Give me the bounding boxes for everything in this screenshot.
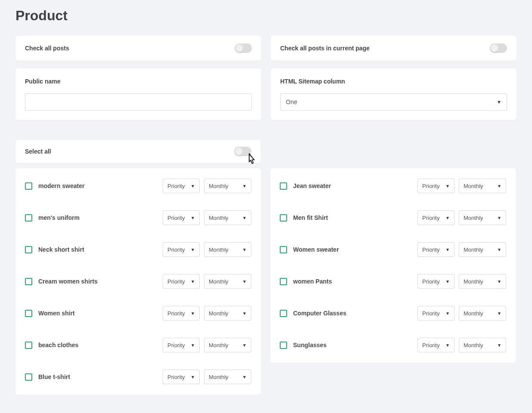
page-title: Product <box>15 8 517 24</box>
product-controls: Priority▼Monthly▼ <box>418 274 506 289</box>
frequency-select[interactable]: Monthly▼ <box>204 242 251 257</box>
product-item: Jean sweaterPriority▼Monthly▼ <box>280 176 506 202</box>
priority-select[interactable]: Priority▼ <box>163 274 200 289</box>
priority-label: Priority <box>167 310 185 317</box>
product-checkbox[interactable] <box>25 278 32 285</box>
check-all-posts-label: Check all posts <box>25 45 69 52</box>
product-name: Neck short shirt <box>38 246 84 253</box>
priority-select[interactable]: Priority▼ <box>418 210 455 225</box>
product-item-left: beach clothes <box>25 342 78 349</box>
chevron-down-icon: ▼ <box>191 343 195 348</box>
product-name: beach clothes <box>38 342 78 348</box>
priority-select[interactable]: Priority▼ <box>418 338 455 352</box>
priority-label: Priority <box>422 342 439 348</box>
product-item-left: Cream women shirts <box>25 278 98 285</box>
product-checkbox[interactable] <box>280 182 287 190</box>
product-controls: Priority▼Monthly▼ <box>163 306 251 321</box>
chevron-down-icon: ▼ <box>191 247 195 252</box>
html-sitemap-column-label: HTML Sitemap column <box>280 78 507 85</box>
product-item-left: Jean sweater <box>280 182 331 190</box>
product-name: men's uniform <box>38 214 80 221</box>
product-checkbox[interactable] <box>280 214 287 222</box>
priority-select[interactable]: Priority▼ <box>163 306 200 321</box>
priority-select[interactable]: Priority▼ <box>163 370 200 384</box>
frequency-label: Monthly <box>464 183 483 189</box>
product-checkbox[interactable] <box>25 373 32 381</box>
product-controls: Priority▼Monthly▼ <box>418 210 506 225</box>
chevron-down-icon: ▼ <box>445 343 450 348</box>
chevron-down-icon: ▼ <box>445 247 450 252</box>
priority-select[interactable]: Priority▼ <box>418 306 455 321</box>
product-item: modern sweaterPriority▼Monthly▼ <box>25 176 251 202</box>
chevron-down-icon: ▼ <box>497 247 501 252</box>
select-all-toggle[interactable] <box>234 147 251 156</box>
product-item-left: Men fit Shirt <box>280 214 328 222</box>
frequency-select[interactable]: Monthly▼ <box>459 306 506 321</box>
product-checkbox[interactable] <box>280 342 287 349</box>
chevron-down-icon: ▼ <box>497 343 501 348</box>
frequency-select[interactable]: Monthly▼ <box>204 179 251 193</box>
chevron-down-icon: ▼ <box>191 184 195 188</box>
product-checkbox[interactable] <box>25 246 32 253</box>
check-all-posts-current-page-label: Check all posts in current page <box>280 45 370 52</box>
product-checkbox[interactable] <box>25 214 32 222</box>
priority-select[interactable]: Priority▼ <box>418 242 455 257</box>
product-controls: Priority▼Monthly▼ <box>163 210 251 225</box>
check-all-posts-toggle[interactable] <box>235 43 252 53</box>
products-right-col: Jean sweaterPriority▼Monthly▼Men fit Shi… <box>270 168 516 363</box>
chevron-down-icon: ▼ <box>191 311 195 316</box>
product-controls: Priority▼Monthly▼ <box>418 338 506 352</box>
product-name: modern sweater <box>38 182 84 189</box>
frequency-select[interactable]: Monthly▼ <box>204 210 251 225</box>
frequency-select[interactable]: Monthly▼ <box>459 242 506 257</box>
priority-select[interactable]: Priority▼ <box>163 179 200 193</box>
priority-select[interactable]: Priority▼ <box>418 179 455 193</box>
priority-label: Priority <box>422 183 439 189</box>
product-name: Blue t-shirt <box>38 373 70 380</box>
product-checkbox[interactable] <box>280 246 287 253</box>
frequency-label: Monthly <box>209 247 229 253</box>
frequency-select[interactable]: Monthly▼ <box>204 274 251 289</box>
priority-select[interactable]: Priority▼ <box>163 242 200 257</box>
product-item-left: Neck short shirt <box>25 246 84 253</box>
product-name: Women shirt <box>38 310 75 317</box>
priority-select[interactable]: Priority▼ <box>418 274 455 289</box>
frequency-select[interactable]: Monthly▼ <box>459 274 506 289</box>
priority-select[interactable]: Priority▼ <box>163 338 200 352</box>
html-sitemap-column-select[interactable]: One ▼ <box>280 93 507 111</box>
frequency-select[interactable]: Monthly▼ <box>459 210 506 225</box>
frequency-label: Monthly <box>464 342 483 348</box>
product-checkbox[interactable] <box>25 310 32 317</box>
priority-label: Priority <box>167 278 185 285</box>
priority-select[interactable]: Priority▼ <box>163 210 200 225</box>
frequency-label: Monthly <box>464 310 483 317</box>
chevron-down-icon: ▼ <box>497 311 501 316</box>
check-all-posts-current-page-toggle[interactable] <box>490 43 507 53</box>
product-checkbox[interactable] <box>280 310 287 317</box>
product-item: women PantsPriority▼Monthly▼ <box>280 265 506 297</box>
chevron-down-icon: ▼ <box>242 247 247 252</box>
public-name-input[interactable] <box>25 93 252 111</box>
product-checkbox[interactable] <box>25 342 32 349</box>
frequency-select[interactable]: Monthly▼ <box>459 338 506 352</box>
chevron-down-icon: ▼ <box>242 311 247 316</box>
product-item: beach clothesPriority▼Monthly▼ <box>25 329 251 361</box>
product-name: Jean sweater <box>293 182 331 189</box>
priority-label: Priority <box>167 374 185 380</box>
product-item-left: Women shirt <box>25 310 75 317</box>
chevron-down-icon: ▼ <box>497 279 501 284</box>
product-controls: Priority▼Monthly▼ <box>418 179 506 193</box>
chevron-down-icon: ▼ <box>191 375 195 379</box>
product-item: Computer GlassesPriority▼Monthly▼ <box>280 297 506 329</box>
frequency-select[interactable]: Monthly▼ <box>204 306 251 321</box>
frequency-label: Monthly <box>209 278 229 285</box>
products-row: modern sweaterPriority▼Monthly▼men's uni… <box>15 168 517 395</box>
product-item: Women shirtPriority▼Monthly▼ <box>25 297 251 329</box>
product-checkbox[interactable] <box>25 182 32 190</box>
chevron-down-icon: ▼ <box>497 216 501 220</box>
frequency-select[interactable]: Monthly▼ <box>204 370 251 384</box>
frequency-select[interactable]: Monthly▼ <box>204 338 251 352</box>
product-checkbox[interactable] <box>280 278 287 285</box>
product-controls: Priority▼Monthly▼ <box>418 306 506 321</box>
frequency-select[interactable]: Monthly▼ <box>459 179 506 193</box>
